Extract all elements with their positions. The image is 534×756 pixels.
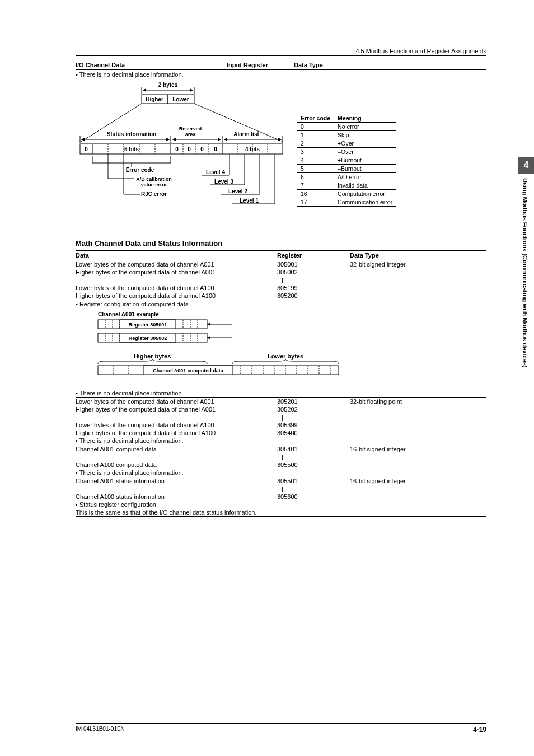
svg-text:A/D calibration: A/D calibration [136,176,172,182]
svg-text:Higher: Higher [146,96,163,102]
svg-marker-15 [166,138,170,141]
io-note: • There is no decimal place information. [76,71,486,78]
svg-marker-3 [190,88,193,92]
svg-text:0: 0 [188,146,191,152]
svg-text:Reserved: Reserved [179,126,202,132]
svg-marker-22 [218,138,221,141]
io-col3: Data Type [294,62,486,68]
svg-text:Alarm list: Alarm list [233,131,259,137]
th-register: Register [277,250,350,260]
svg-marker-26 [224,138,227,141]
footer: IM 04L51B01-01EN 4-19 [76,723,486,734]
svg-text:Level 4: Level 4 [206,169,225,175]
svg-marker-85 [207,323,210,326]
svg-text:Level 2: Level 2 [228,188,247,194]
page: 4.5 Modbus Function and Register Assignm… [0,0,534,756]
svg-marker-21 [172,138,176,141]
svg-text:Register 305002: Register 305002 [129,335,167,341]
svg-text:0: 0 [200,146,204,152]
io-diagram: 2 bytes Higher Lower Status information [76,80,486,231]
svg-text:Register 305001: Register 305001 [129,322,167,328]
io-col2: Input Register [227,62,294,68]
svg-text:Lower: Lower [172,96,189,102]
svg-text:Lower bytes: Lower bytes [268,353,303,360]
svg-text:0: 0 [214,146,217,152]
doc-id: IM 04L51B01-01EN [76,726,125,734]
svg-text:4 bits: 4 bits [245,146,260,152]
err-hdr-meaning: Meaning [334,114,396,123]
th-type: Data Type [350,250,486,260]
register-diagram: Channel A001 example Register 305001 [76,309,486,389]
svg-text:value error: value error [141,182,167,188]
svg-marker-96 [207,336,210,339]
svg-text:area: area [185,132,196,137]
svg-text:2 bytes: 2 bytes [158,82,178,88]
content: I/O Channel Data Input Register Data Typ… [76,60,486,517]
svg-text:Status information: Status information [107,131,156,137]
svg-text:Higher bytes: Higher bytes [134,353,171,360]
chapter-number: 4 [518,157,534,174]
svg-text:Level 3: Level 3 [214,179,233,185]
svg-text:Error code: Error code [126,167,154,173]
math-table: Data Register Data Type Lower bytes of t… [76,250,486,517]
svg-text:Channel A001 computed data: Channel A001 computed data [153,368,224,374]
svg-text:5 bits: 5 bits [124,146,139,152]
err-hdr-code: Error code [297,114,334,123]
svg-text:RJC error: RJC error [141,191,167,197]
status-diagram-svg: 2 bytes Higher Lower Status information [76,80,299,226]
header-rule [76,55,486,56]
svg-text:Level 1: Level 1 [240,198,259,204]
io-header-row: I/O Channel Data Input Register Data Typ… [76,60,486,70]
svg-text:0: 0 [175,146,179,152]
svg-text:Channel A001 example: Channel A001 example [98,311,159,318]
page-number: 4-19 [473,726,486,734]
chapter-tab: 4 Using Modbus Functions (Communicating … [518,157,534,372]
svg-text:0: 0 [85,146,88,152]
svg-marker-2 [143,88,146,92]
math-heading: Math Channel Data and Status Information [76,239,486,248]
running-header: 4.5 Modbus Function and Register Assignm… [76,48,486,54]
error-code-table: Error codeMeaning 0No error 1Skip 2+Over… [297,114,396,207]
chapter-title: Using Modbus Functions (Communicating wi… [518,174,532,372]
io-title: I/O Channel Data [76,62,227,68]
th-data: Data [76,250,277,260]
